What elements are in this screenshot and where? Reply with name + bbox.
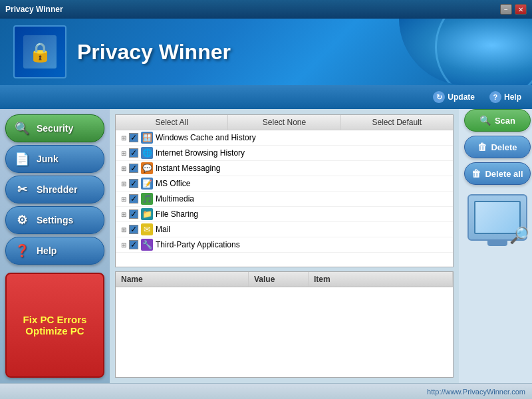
tree-item-label: Internet Browsing History [156,148,245,158]
tree-checkbox[interactable]: ✓ [129,240,138,249]
settings-icon: ⚙ [13,211,31,229]
close-button[interactable]: ✕ [515,4,527,15]
item-icon: 🌐 [141,147,153,159]
tree-row[interactable]: ⊞ ✓ 💬 Instant Messaging [116,161,453,176]
tree-checkbox[interactable]: ✓ [129,164,138,173]
sidebar-item-help[interactable]: ❓ Help [5,237,104,265]
sidebar-item-settings[interactable]: ⚙ Settings [5,206,104,234]
scan-button[interactable]: 🔍 Scan [464,109,531,132]
content-area: Select All Select None Select Default ⊞ … [110,109,459,383]
tree-row[interactable]: ⊞ ✓ 📁 File Sharing [116,207,453,222]
col-item-header: Item [309,272,453,287]
tree-row[interactable]: ⊞ ✓ 🌐 Internet Browsing History [116,146,453,161]
fix-pc-line1: Fix PC Errors [23,314,87,325]
item-icon: 💬 [141,162,153,174]
logo-icon: 🔒 [23,35,57,68]
expand-icon: ⊞ [118,226,129,233]
shredder-icon: ✂ [13,180,31,199]
tree-checkbox[interactable]: ✓ [129,194,138,203]
tree-row[interactable]: ⊞ ✓ 🎵 Multimedia [116,192,453,207]
app-name: Privacy Winner [77,40,231,65]
help-icon: ? [489,91,501,103]
tree-checkbox[interactable]: ✓ [129,148,138,158]
tree-checkbox[interactable]: ✓ [129,209,138,219]
toolbar: ↻ Update ? Help [0,85,532,109]
minimize-button[interactable]: − [500,4,512,15]
sidebar-item-shredder[interactable]: ✂ Shredder [5,176,104,203]
tree-row[interactable]: ⊞ ✓ 🪟 Windows Cache and History [116,130,453,146]
tree-item-label: MS Office [156,179,190,188]
search-icon: 🔍 [13,119,31,138]
delete-icon: 🗑 [477,142,487,152]
expand-icon: ⊞ [118,180,129,188]
expand-icon: ⊞ [118,241,129,249]
select-default-button[interactable]: Select Default [341,115,453,130]
tree-header: Select All Select None Select Default [116,115,453,130]
delete-all-icon: 🗑 [471,168,481,179]
right-panel: 🔍 Scan 🗑 Delete 🗑 Delete all 🔎 [459,109,532,383]
expand-icon: ⊞ [118,134,129,142]
item-icon: ✉ [141,223,153,235]
status-url: http://www.PrivacyWinner.com [427,388,525,396]
col-name-header: Name [116,272,249,287]
update-icon: ↻ [433,91,445,103]
scan-icon: 🔍 [479,115,491,126]
magnifier-icon: 🔎 [509,226,529,245]
expand-icon: ⊞ [118,150,129,157]
update-button[interactable]: ↻ Update [429,90,479,104]
title-bar: Privacy Winner − ✕ [0,0,532,19]
expand-icon: ⊞ [118,165,129,172]
delete-all-button[interactable]: 🗑 Delete all [464,162,531,185]
scan-label: Scan [495,116,515,126]
header: 🔒 Privacy Winner [0,19,532,85]
window-controls: − ✕ [500,4,527,15]
help-button[interactable]: ? Help [485,90,525,104]
expand-icon: ⊞ [118,196,129,203]
expand-icon: ⊞ [118,211,129,218]
sidebar: 🔍 Security 📄 Junk ✂ Shredder ⚙ Settings … [0,109,110,383]
tree-panel: Select All Select None Select Default ⊞ … [115,114,454,267]
tree-item-label: Third-Party Applications [156,240,240,249]
fix-pc-line2: Optimize PC [23,325,87,336]
tree-checkbox[interactable]: ✓ [129,179,138,188]
sidebar-item-junk[interactable]: 📄 Junk [5,145,104,173]
tree-row[interactable]: ⊞ ✓ ✉ Mail [116,222,453,237]
table-header: Name Value Item [116,272,453,287]
item-icon: 🔧 [141,239,153,251]
tree-row[interactable]: ⊞ ✓ 🔧 Third-Party Applications [116,237,453,253]
tree-item-label: Multimedia [156,194,194,203]
help-item-icon: ❓ [13,241,31,260]
app-logo: 🔒 [13,25,66,78]
junk-icon: 📄 [13,150,31,168]
item-icon: 🎵 [141,193,153,205]
delete-button[interactable]: 🗑 Delete [464,136,531,158]
header-globe-decoration [399,19,532,85]
tree-checkbox[interactable]: ✓ [129,133,138,142]
tree-checkbox[interactable]: ✓ [129,225,138,234]
delete-label: Delete [491,142,517,152]
app-title: Privacy Winner [5,5,63,14]
col-value-header: Value [249,272,309,287]
status-bar: http://www.PrivacyWinner.com [0,383,532,399]
select-none-button[interactable]: Select None [228,115,340,130]
sidebar-item-security[interactable]: 🔍 Security [5,114,104,142]
tree-item-label: Windows Cache and History [156,133,256,142]
item-icon: 📁 [141,208,153,220]
tree-item-label: Mail [156,225,170,234]
item-icon: 🪟 [141,132,153,144]
fix-pc-button[interactable]: Fix PC Errors Optimize PC [5,273,104,378]
item-icon: 📝 [141,178,153,190]
tree-item-label: Instant Messaging [156,164,220,173]
tree-item-label: File Sharing [156,209,198,219]
tree-row[interactable]: ⊞ ✓ 📝 MS Office [116,176,453,192]
select-all-button[interactable]: Select All [116,115,228,130]
details-table: Name Value Item [115,271,454,378]
monitor-graphic: 🔎 [467,194,527,241]
monitor-base [487,241,507,246]
tree-body: ⊞ ✓ 🪟 Windows Cache and History ⊞ ✓ 🌐 In… [116,130,453,253]
main-layout: 🔍 Security 📄 Junk ✂ Shredder ⚙ Settings … [0,109,532,383]
delete-all-label: Delete all [485,169,523,179]
